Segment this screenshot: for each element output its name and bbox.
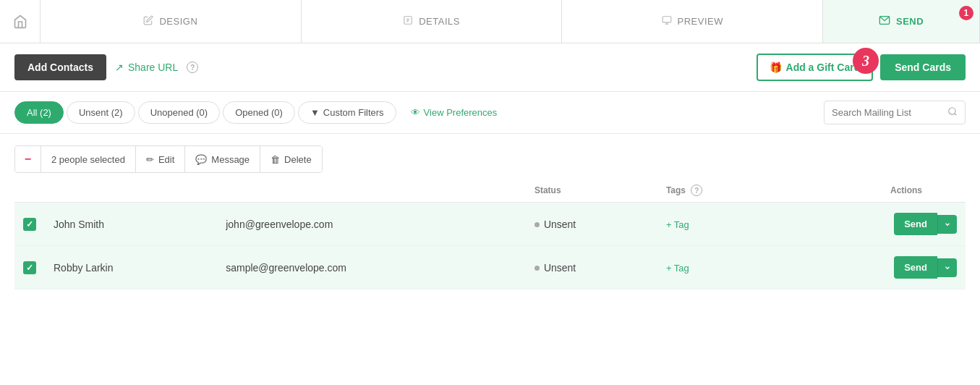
toolbar-right: 🎁 Add a Gift Card Send Cards xyxy=(757,54,966,81)
filter-bar: All (2) Unsent (2) Unopened (0) Opened (… xyxy=(0,92,980,134)
preview-icon xyxy=(662,15,672,28)
table-area: − 2 people selected ✏ Edit 💬 Message 🗑 D… xyxy=(0,145,980,289)
row-status-0: Unsent xyxy=(526,203,657,246)
tab-design-label: DESIGN xyxy=(159,16,197,27)
tab-send-label: SEND xyxy=(896,16,924,27)
table-row: ✓ Robby Larkin sample@greenvelope.com Un… xyxy=(14,246,966,289)
send-icon xyxy=(879,14,890,28)
contacts-table: Status Tags ? Actions ✓ John Smith john@… xyxy=(14,179,966,289)
share-url-label: Share URL xyxy=(128,62,178,73)
row-status-1: Unsent xyxy=(526,246,657,289)
design-icon xyxy=(143,15,153,28)
search-button[interactable] xyxy=(940,101,965,124)
message-icon: 💬 xyxy=(195,154,207,165)
selection-count: 2 people selected xyxy=(41,146,135,172)
col-actions: Actions xyxy=(777,179,966,203)
row-name-0: John Smith xyxy=(45,203,217,246)
send-dropdown-button-0[interactable] xyxy=(937,215,957,234)
row-checkbox-cell-0: ✓ xyxy=(14,203,45,246)
gift-icon: 🎁 xyxy=(770,62,782,73)
delete-selected-button[interactable]: 🗑 Delete xyxy=(260,146,322,172)
send-row-button-0[interactable]: Send xyxy=(894,213,937,235)
filter-custom-label: Custom Filters xyxy=(323,107,384,118)
row-actions-0: Send xyxy=(777,203,966,246)
check-icon: ✓ xyxy=(26,263,33,273)
filter-unsent[interactable]: Unsent (2) xyxy=(67,101,135,124)
check-icon: ✓ xyxy=(26,219,33,229)
selection-bar: − 2 people selected ✏ Edit 💬 Message 🗑 D… xyxy=(14,145,323,173)
tab-preview-label: PREVIEW xyxy=(678,16,723,27)
filter-all-label: All (2) xyxy=(27,107,51,118)
send-row-button-1[interactable]: Send xyxy=(894,256,937,279)
row-checkbox-1[interactable]: ✓ xyxy=(23,261,36,274)
tab-design[interactable]: DESIGN xyxy=(41,0,302,43)
eye-icon: 👁 xyxy=(411,107,420,118)
message-label: Message xyxy=(211,154,250,165)
add-tag-button-0[interactable]: + Tag xyxy=(666,219,689,230)
delete-label: Delete xyxy=(284,154,312,165)
col-checkbox xyxy=(14,179,45,203)
row-actions-1: Send xyxy=(777,246,966,289)
col-status: Status xyxy=(526,179,657,203)
tab-send[interactable]: SEND 1 xyxy=(823,0,980,43)
row-tags-1: + Tag xyxy=(657,246,778,289)
edit-icon: ✏ xyxy=(146,154,154,165)
send-dropdown-button-1[interactable] xyxy=(937,258,957,277)
help-icon[interactable]: ? xyxy=(187,62,198,73)
add-contacts-button[interactable]: Add Contacts xyxy=(14,54,106,80)
message-selected-button[interactable]: 💬 Message xyxy=(184,146,260,172)
share-url-button[interactable]: ↗ Share URL xyxy=(115,62,178,73)
filter-view-pref[interactable]: 👁 View Preferences xyxy=(399,102,509,123)
filter-unopened-label: Unopened (0) xyxy=(150,107,208,118)
svg-point-8 xyxy=(949,108,955,114)
col-email xyxy=(217,179,526,203)
toolbar: Add Contacts ↗ Share URL ? 🎁 Add a Gift … xyxy=(0,43,980,92)
tab-preview[interactable]: PREVIEW xyxy=(562,0,823,43)
edit-selected-button[interactable]: ✏ Edit xyxy=(135,146,184,172)
row-email-0: john@greenvelope.com xyxy=(217,203,526,246)
home-button[interactable] xyxy=(0,0,41,43)
send-badge: 1 xyxy=(959,6,973,20)
add-gift-button[interactable]: 🎁 Add a Gift Card xyxy=(757,54,874,81)
filter-opened-label: Opened (0) xyxy=(235,107,283,118)
share-icon: ↗ xyxy=(115,62,124,73)
filter-unsent-label: Unsent (2) xyxy=(79,107,123,118)
tags-label: Tags xyxy=(666,185,686,195)
filter-view-pref-label: View Preferences xyxy=(424,107,498,118)
tags-help-icon[interactable]: ? xyxy=(691,185,702,196)
col-name xyxy=(45,179,217,203)
filter-all[interactable]: All (2) xyxy=(14,101,64,124)
row-name-1: Robby Larkin xyxy=(45,246,217,289)
col-tags: Tags ? xyxy=(657,179,778,203)
row-checkbox-cell-1: ✓ xyxy=(14,246,45,289)
filter-icon: ▼ xyxy=(310,107,320,118)
delete-icon: 🗑 xyxy=(270,154,280,165)
filter-unopened[interactable]: Unopened (0) xyxy=(138,101,221,124)
deselect-all-button[interactable]: − xyxy=(15,146,41,172)
row-checkbox-0[interactable]: ✓ xyxy=(23,218,36,231)
send-cards-button[interactable]: Send Cards xyxy=(880,54,966,80)
tab-details[interactable]: DETAILS xyxy=(302,0,563,43)
top-nav: DESIGN DETAILS PREVIEW SEND 1 xyxy=(0,0,980,43)
table-row: ✓ John Smith john@greenvelope.com Unsent… xyxy=(14,203,966,246)
filter-opened[interactable]: Opened (0) xyxy=(223,101,295,124)
details-icon xyxy=(403,15,413,28)
row-tags-0: + Tag xyxy=(657,203,778,246)
add-gift-label: Add a Gift Card xyxy=(786,62,861,73)
search-mailing-input[interactable] xyxy=(825,102,940,123)
svg-line-9 xyxy=(955,114,957,116)
search-mailing-container xyxy=(824,101,966,124)
edit-label: Edit xyxy=(158,154,174,165)
filter-custom[interactable]: ▼ Custom Filters xyxy=(298,101,396,124)
tab-details-label: DETAILS xyxy=(419,16,460,27)
row-email-1: sample@greenvelope.com xyxy=(217,246,526,289)
svg-rect-4 xyxy=(662,17,671,22)
add-tag-button-1[interactable]: + Tag xyxy=(666,263,689,274)
